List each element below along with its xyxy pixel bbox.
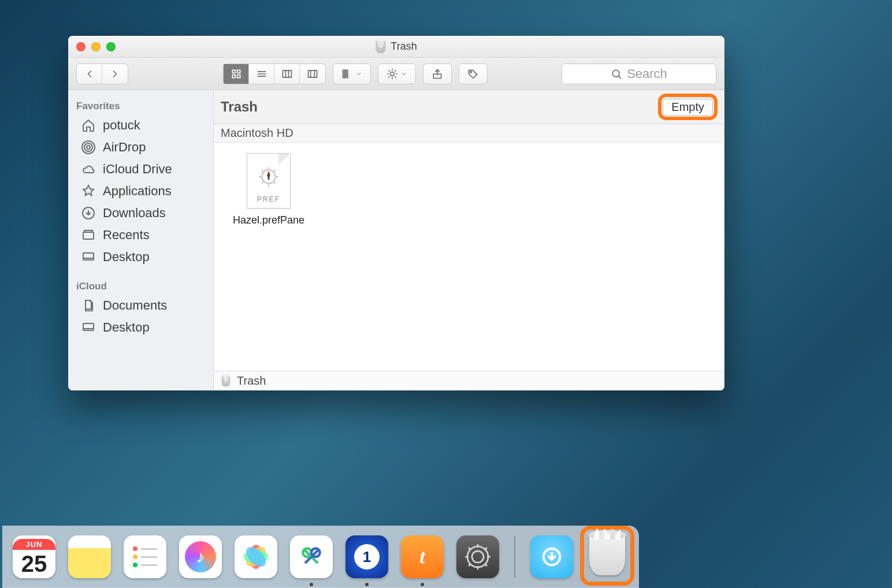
action-menu-button[interactable] bbox=[378, 64, 416, 84]
minimize-window-button[interactable] bbox=[91, 42, 101, 51]
path-label: Trash bbox=[237, 374, 266, 388]
svg-rect-2 bbox=[232, 75, 235, 77]
sidebar-item-home[interactable]: potuck bbox=[68, 114, 213, 136]
sidebar-item-label: Desktop bbox=[103, 250, 150, 265]
svg-rect-15 bbox=[343, 76, 345, 77]
svg-rect-18 bbox=[346, 76, 348, 77]
search-icon bbox=[611, 68, 622, 80]
svg-rect-0 bbox=[232, 70, 235, 73]
sidebar-section-favorites: Favorites bbox=[68, 96, 213, 114]
recents-icon bbox=[81, 228, 96, 243]
sidebar-item-label: AirDrop bbox=[103, 140, 146, 155]
svg-rect-7 bbox=[283, 70, 291, 77]
toolbar: Search bbox=[68, 58, 724, 90]
prefpane-icon: PREF bbox=[247, 153, 291, 209]
sidebar: Favorites potuck AirDrop iCloud Drive Ap… bbox=[68, 90, 214, 390]
empty-trash-button[interactable]: Empty bbox=[663, 99, 713, 116]
dock-trash-wrapper bbox=[586, 530, 629, 583]
file-item[interactable]: PREF Hazel.prefPane bbox=[225, 153, 312, 226]
sidebar-section-icloud: iCloud bbox=[68, 276, 213, 295]
sidebar-item-label: Documents bbox=[103, 298, 167, 313]
documents-icon bbox=[81, 298, 96, 313]
svg-rect-29 bbox=[84, 230, 92, 232]
group-by-button[interactable] bbox=[333, 64, 371, 84]
airdrop-icon bbox=[81, 140, 96, 155]
apps-icon bbox=[81, 184, 96, 199]
gallery-view-button[interactable] bbox=[300, 64, 325, 84]
svg-rect-13 bbox=[343, 70, 345, 72]
window-title: Trash bbox=[391, 40, 417, 53]
sidebar-item-icloud-drive[interactable]: iCloud Drive bbox=[68, 158, 213, 180]
dock-app-itunes[interactable]: ♪ bbox=[179, 535, 222, 578]
view-mode-buttons bbox=[223, 64, 326, 84]
svg-point-24 bbox=[87, 146, 90, 149]
svg-point-22 bbox=[612, 70, 619, 77]
svg-rect-32 bbox=[83, 323, 94, 330]
dock: JUN 25 ♪ bbox=[0, 526, 783, 588]
sidebar-item-label: Desktop bbox=[103, 320, 150, 335]
back-button[interactable] bbox=[77, 64, 102, 84]
svg-point-21 bbox=[470, 71, 472, 73]
finder-window: Trash bbox=[68, 36, 724, 390]
titlebar[interactable]: Trash bbox=[68, 36, 724, 58]
group-header: Macintosh HD bbox=[214, 124, 724, 143]
sidebar-item-airdrop[interactable]: AirDrop bbox=[68, 136, 213, 158]
trash-icon bbox=[376, 40, 386, 53]
search-field[interactable]: Search bbox=[562, 64, 716, 84]
dock-app-notes[interactable] bbox=[68, 535, 111, 578]
svg-rect-3 bbox=[237, 75, 240, 77]
sidebar-item-label: potuck bbox=[103, 118, 140, 133]
sidebar-item-downloads[interactable]: Downloads bbox=[68, 202, 213, 224]
download-icon bbox=[81, 206, 96, 221]
svg-rect-16 bbox=[346, 70, 348, 72]
desktop-icon bbox=[81, 250, 96, 265]
svg-rect-14 bbox=[343, 73, 345, 75]
path-bar[interactable]: Trash bbox=[214, 371, 724, 390]
close-window-button[interactable] bbox=[76, 42, 86, 51]
trash-icon bbox=[221, 375, 230, 386]
search-placeholder: Search bbox=[627, 66, 667, 81]
sidebar-item-documents[interactable]: Documents bbox=[68, 295, 213, 317]
window-controls bbox=[76, 42, 116, 51]
zoom-window-button[interactable] bbox=[106, 42, 116, 51]
calendar-day: 25 bbox=[21, 550, 47, 575]
nav-buttons bbox=[76, 64, 128, 84]
sidebar-item-recents[interactable]: Recents bbox=[68, 224, 213, 246]
dock-app-tweetbot[interactable]: t bbox=[401, 535, 444, 578]
svg-line-23 bbox=[619, 76, 621, 78]
svg-rect-28 bbox=[83, 232, 94, 239]
tags-button[interactable] bbox=[459, 64, 488, 84]
sidebar-item-desktop[interactable]: Desktop bbox=[68, 246, 213, 268]
svg-point-42 bbox=[472, 551, 484, 563]
dock-stack-downloads[interactable] bbox=[530, 535, 573, 578]
list-view-button[interactable] bbox=[249, 64, 274, 84]
file-type-label: PREF bbox=[257, 195, 280, 208]
calendar-month: JUN bbox=[13, 539, 55, 550]
dock-app-calendar[interactable]: JUN 25 bbox=[13, 535, 55, 578]
svg-rect-1 bbox=[237, 70, 240, 73]
file-grid[interactable]: PREF Hazel.prefPane bbox=[214, 143, 724, 371]
svg-point-25 bbox=[84, 143, 92, 151]
svg-rect-35 bbox=[268, 176, 270, 180]
sidebar-item-icloud-desktop[interactable]: Desktop bbox=[68, 317, 213, 338]
dock-app-screenshot[interactable] bbox=[290, 535, 333, 578]
dock-app-system-preferences[interactable] bbox=[456, 535, 499, 578]
dock-app-1password[interactable]: 1 bbox=[345, 535, 388, 578]
sidebar-item-label: Recents bbox=[103, 228, 150, 243]
sidebar-item-applications[interactable]: Applications bbox=[68, 180, 213, 202]
column-view-button[interactable] bbox=[274, 64, 300, 84]
file-name: Hazel.prefPane bbox=[225, 214, 312, 226]
forward-button[interactable] bbox=[102, 64, 128, 84]
svg-rect-30 bbox=[83, 253, 94, 260]
location-label: Trash bbox=[221, 99, 258, 115]
sidebar-item-label: iCloud Drive bbox=[103, 162, 172, 177]
dock-app-reminders[interactable] bbox=[124, 535, 166, 578]
dock-trash[interactable] bbox=[586, 535, 629, 583]
svg-point-19 bbox=[391, 72, 395, 76]
dock-app-photos[interactable] bbox=[235, 535, 277, 578]
desktop-icon bbox=[81, 320, 96, 335]
dock-separator bbox=[514, 536, 515, 578]
svg-rect-17 bbox=[346, 73, 348, 75]
icon-view-button[interactable] bbox=[224, 64, 249, 84]
share-button[interactable] bbox=[423, 64, 452, 84]
